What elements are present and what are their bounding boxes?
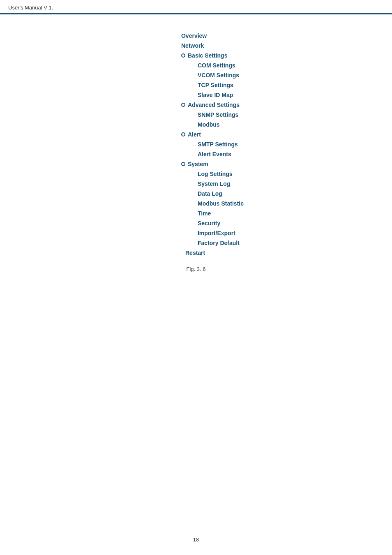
- navigation-menu: Overview Network Basic Settings COM Sett…: [173, 31, 244, 258]
- menu-item-system[interactable]: System: [181, 159, 208, 169]
- menu-item-import-export[interactable]: Import/Export: [198, 228, 235, 238]
- menu-item-basic-settings[interactable]: Basic Settings: [181, 51, 227, 60]
- menu-item-snmp-settings[interactable]: SNMP Settings: [198, 110, 238, 120]
- menu-item-tcp-settings[interactable]: TCP Settings: [198, 80, 233, 90]
- menu-item-restart[interactable]: Restart: [185, 248, 205, 258]
- menu-item-overview[interactable]: Overview: [181, 31, 207, 41]
- page-header: User's Manual V 1.: [0, 0, 392, 14]
- menu-item-factory-default[interactable]: Factory Default: [198, 238, 240, 248]
- menu-item-smtp-settings[interactable]: SMTP Settings: [198, 139, 238, 149]
- menu-item-log-settings[interactable]: Log Settings: [198, 169, 233, 179]
- menu-item-slave-id-map[interactable]: Slave ID Map: [198, 90, 233, 100]
- menu-item-alert-events[interactable]: Alert Events: [198, 149, 231, 159]
- main-content: Overview Network Basic Settings COM Sett…: [0, 14, 392, 272]
- bullet-basic-settings: [181, 53, 185, 58]
- menu-item-time[interactable]: Time: [198, 208, 211, 218]
- menu-item-vcom-settings[interactable]: VCOM Settings: [198, 70, 239, 80]
- menu-item-modbus-statistic[interactable]: Modbus Statistic: [198, 199, 244, 208]
- page-number: 18: [193, 536, 199, 543]
- manual-title: User's Manual V 1.: [8, 5, 53, 11]
- menu-item-advanced-settings[interactable]: Advanced Settings: [181, 100, 240, 110]
- bullet-system: [181, 162, 185, 166]
- figure-caption: Fig. 3. 6: [187, 266, 206, 272]
- bullet-alert: [181, 132, 185, 136]
- menu-item-alert[interactable]: Alert: [181, 130, 201, 139]
- menu-item-system-log[interactable]: System Log: [198, 179, 230, 189]
- menu-item-network[interactable]: Network: [181, 41, 204, 51]
- menu-item-modbus[interactable]: Modbus: [198, 120, 220, 130]
- menu-item-security[interactable]: Security: [198, 218, 220, 228]
- menu-item-data-log[interactable]: Data Log: [198, 189, 222, 199]
- menu-item-com-settings[interactable]: COM Settings: [198, 60, 235, 70]
- bullet-advanced-settings: [181, 103, 185, 107]
